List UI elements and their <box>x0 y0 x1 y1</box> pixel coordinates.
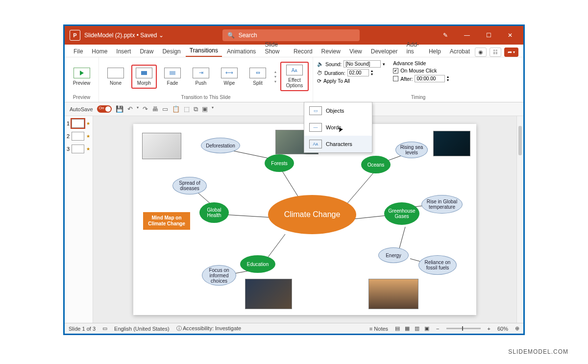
tab-draw[interactable]: Draw <box>136 46 157 57</box>
tab-home[interactable]: Home <box>88 46 111 57</box>
slideshow-view-icon[interactable]: ▣ <box>424 325 429 332</box>
accessibility-status[interactable]: ⓘ Accessibility: Investigate <box>176 325 242 332</box>
dropdown-item-objects[interactable]: ▭ Objects <box>304 102 372 119</box>
node-global-health[interactable]: Global Health <box>199 202 229 223</box>
paste-icon[interactable]: 📋 <box>172 105 180 113</box>
reading-view-icon[interactable]: ▥ <box>415 325 419 332</box>
thumbnail-2[interactable]: 2★ <box>67 132 91 141</box>
undo-icon[interactable]: ↶ <box>127 105 133 113</box>
document-title[interactable]: SlideModel (2).pptx • Saved ⌄ <box>84 32 164 39</box>
tab-insert[interactable]: Insert <box>112 46 135 57</box>
preview-button[interactable]: Preview <box>69 65 95 88</box>
print-icon[interactable]: 🖶 <box>152 105 158 113</box>
format-icon[interactable]: ⬚ <box>184 105 190 113</box>
node-rise-temp[interactable]: Rise in Global temperature <box>421 195 463 214</box>
sound-label: Sound: <box>325 61 342 67</box>
quick-copy-icon[interactable]: ⧉ <box>194 105 198 113</box>
node-deforestation[interactable]: Deforestation <box>201 138 240 153</box>
node-spread-diseases[interactable]: Spread of diseases <box>172 177 207 194</box>
cc-button[interactable]: ☷ <box>490 48 501 57</box>
zoom-slider[interactable] <box>446 328 481 329</box>
image-placeholder-4[interactable] <box>245 279 292 309</box>
node-rising-sea[interactable]: Rising sea levels <box>395 142 428 158</box>
tab-file[interactable]: File <box>70 46 87 57</box>
node-energy[interactable]: Energy <box>378 247 409 263</box>
slide-title-box[interactable]: Mind Map on Climate Change <box>143 212 190 230</box>
pen-icon[interactable]: ✎ <box>438 28 453 43</box>
camera-button[interactable]: ◉ <box>475 48 487 57</box>
after-checkbox[interactable] <box>393 76 398 81</box>
characters-label: Characters <box>326 141 352 147</box>
autosave-toggle[interactable]: On <box>97 105 112 113</box>
tab-review[interactable]: Review <box>318 46 344 57</box>
tab-transitions[interactable]: Transitions <box>186 45 222 57</box>
transition-fade[interactable]: Fade <box>160 65 185 88</box>
tab-addins[interactable]: Add-ins <box>402 39 423 57</box>
transition-morph[interactable]: Morph <box>131 65 157 89</box>
minimize-button[interactable]: — <box>460 28 474 43</box>
sorter-view-icon[interactable]: ▦ <box>405 325 410 332</box>
node-center[interactable]: Climate Change <box>268 195 356 234</box>
duration-input[interactable]: 02.00 <box>347 69 369 76</box>
preview-label: Preview <box>73 80 91 86</box>
zoom-in-icon[interactable]: + <box>488 326 490 332</box>
node-forests[interactable]: Forests <box>265 154 294 172</box>
after-input[interactable]: 00:00.00 <box>415 75 445 82</box>
normal-view-icon[interactable]: ▤ <box>395 325 400 332</box>
present-icon[interactable]: ▣ <box>202 105 208 113</box>
book-icon[interactable]: ▭ <box>102 325 107 332</box>
share-button[interactable]: ➦ ▾ <box>504 48 518 57</box>
transition-split[interactable]: ⇔ Split <box>245 65 270 88</box>
search-box[interactable]: 🔍 Search <box>222 29 360 41</box>
fit-window-icon[interactable]: ⊕ <box>515 325 519 332</box>
sound-select[interactable]: [No Sound] <box>343 60 381 68</box>
thumbnail-1[interactable]: 1★ <box>67 119 91 128</box>
dropdown-item-characters[interactable]: Aᴀ Characters <box>304 136 372 152</box>
effect-options-button[interactable]: Aᴀ Effect Options <box>280 62 309 91</box>
node-oceans[interactable]: Oceans <box>361 156 391 173</box>
tab-animations[interactable]: Animations <box>223 46 260 57</box>
tab-view[interactable]: View <box>345 46 366 57</box>
close-button[interactable]: ✕ <box>503 28 517 43</box>
apply-all-button[interactable]: Apply To All <box>323 78 350 84</box>
vertical-scrollbar[interactable] <box>516 116 523 323</box>
image-placeholder-1[interactable] <box>142 133 181 159</box>
image-placeholder-5[interactable] <box>368 279 418 309</box>
tab-slideshow[interactable]: Slide Show <box>261 39 289 57</box>
tab-acrobat[interactable]: Acrobat <box>446 46 474 57</box>
transition-push[interactable]: ⇥ Push <box>188 65 214 88</box>
transition-wipe[interactable]: ⟷ Wipe <box>217 65 242 88</box>
node-focus-choices[interactable]: Focus on informed choices <box>202 265 236 286</box>
search-placeholder: Search <box>239 32 257 39</box>
notes-label: Notes <box>374 326 388 332</box>
node-reliance-fossil[interactable]: Reliance on fossil fuels <box>418 255 457 275</box>
redo-icon[interactable]: ↷ <box>143 105 148 113</box>
slide-counter[interactable]: Slide 1 of 3 <box>69 326 96 332</box>
preview-icon <box>74 68 90 78</box>
zoom-out-icon[interactable]: − <box>436 326 439 332</box>
transition-none[interactable]: None <box>103 65 128 88</box>
tab-record[interactable]: Record <box>290 46 317 57</box>
chevron-down-icon[interactable]: ▾ <box>383 62 385 67</box>
morph-label: Morph <box>137 80 151 86</box>
tab-help[interactable]: Help <box>425 46 445 57</box>
image-placeholder-3[interactable] <box>433 131 470 156</box>
saved-state: Saved <box>140 32 157 39</box>
tab-design[interactable]: Design <box>158 46 184 57</box>
notes-button[interactable]: ≡ Notes <box>369 326 388 332</box>
node-education[interactable]: Education <box>240 255 275 273</box>
save-icon[interactable]: 💾 <box>116 105 123 113</box>
preview-group-label: Preview <box>65 94 98 102</box>
new-slide-icon[interactable]: ▭ <box>162 105 168 113</box>
ribbon-tabs: File Home Insert Draw Design Transitions… <box>65 45 523 57</box>
node-greenhouse[interactable]: Greenhouse Gases <box>384 202 419 225</box>
sound-icon: 🔈 <box>317 61 323 67</box>
tab-developer[interactable]: Developer <box>367 46 402 57</box>
chevron-down-icon[interactable]: ⌄ <box>159 32 164 39</box>
maximize-button[interactable]: ☐ <box>481 28 496 43</box>
thumbnail-3[interactable]: 3★ <box>67 145 91 153</box>
zoom-level[interactable]: 60% <box>497 326 508 332</box>
on-click-checkbox[interactable]: ✔ <box>393 68 398 73</box>
timing-left: 🔈Sound: [No Sound]▾ ⏱Duration: 02.00▴▾ ⟳… <box>313 57 389 94</box>
language-status[interactable]: English (United States) <box>114 326 170 332</box>
